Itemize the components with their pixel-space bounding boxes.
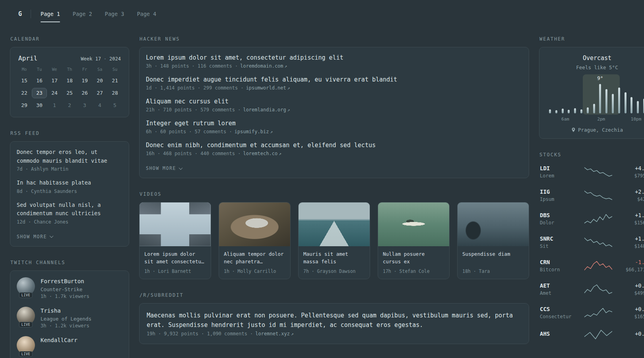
hn-story-link[interactable]: Integer eget rutrum lorem <box>146 119 522 128</box>
hn-show-more-button[interactable]: SHOW MORE <box>146 165 182 171</box>
weekday-header: We <box>47 67 62 74</box>
calendar-day[interactable]: 30 <box>32 100 47 111</box>
hn-story-domain-link[interactable]: ipsumify.biz↗ <box>235 129 273 134</box>
stock-row[interactable]: CRN Bitcorn -1.00% $66,171.48 <box>539 257 644 275</box>
stock-row[interactable]: LDI Lorem +4.35% $795.18 <box>539 163 644 181</box>
hn-story-domain-link[interactable]: loremdomain.com↗ <box>240 63 287 69</box>
calendar-day[interactable]: 19 <box>77 76 92 86</box>
external-link-icon: ↗ <box>279 151 281 156</box>
video-title-link[interactable]: Suspendisse diam <box>462 250 524 266</box>
calendar-card: April Week 17 · 2024 Mo Tu We Th Fr Sa S… <box>10 47 129 117</box>
rss-show-more-button[interactable]: SHOW MORE <box>17 234 53 239</box>
hn-story-domain-link[interactable]: loremtech.co↗ <box>243 151 281 156</box>
twitch-channel-name[interactable]: KendallCarr <box>41 337 78 343</box>
calendar-day[interactable]: 24 <box>47 88 62 98</box>
section-title-weather: WEATHER <box>539 36 644 42</box>
twitch-channel-row[interactable]: LIVE ForrestBurton Counter-Strike 1h · 1… <box>17 277 122 299</box>
reddit-post-domain-link[interactable]: loremnet.xyz↗ <box>255 331 293 337</box>
stock-row[interactable]: IIG Ipsum +2.84% $42.04 <box>539 186 644 204</box>
stock-row[interactable]: SNRC Sit +1.36% $148.64 <box>539 233 644 251</box>
video-thumbnail[interactable] <box>458 202 529 246</box>
hn-story-link[interactable]: Donec imperdiet augue tincidunt felis al… <box>146 76 522 84</box>
hn-story-meta: 21h · 710 points · 579 comments · loreml… <box>146 107 522 113</box>
calendar-day[interactable]: 20 <box>92 76 107 86</box>
stock-row[interactable]: AHS +0.46% <box>539 327 644 342</box>
hn-story: Aliquam nec cursus elit 21h · 710 points… <box>146 97 522 113</box>
calendar-week-selector[interactable]: Week 17 · 2024 <box>81 56 121 62</box>
twitch-channel-row[interactable]: LIVE KendallCarr <box>17 336 122 354</box>
hn-story-link[interactable]: Lorem ipsum dolor sit amet, consectetur … <box>146 54 522 62</box>
videos-widget: VIDEOS Lorem ipsum dolor sit amet consec… <box>139 191 529 279</box>
calendar-day[interactable]: 25 <box>62 88 77 98</box>
show-more-label: SHOW MORE <box>17 234 47 239</box>
rss-item-link[interactable]: In hac habitasse platea <box>17 179 122 187</box>
stock-ticker: SNRC <box>540 235 579 242</box>
reddit-post-link[interactable]: Maecenas mollis pulvinar erat non posuer… <box>147 311 522 330</box>
calendar-day[interactable]: 26 <box>77 88 92 98</box>
calendar-day-next-month[interactable]: 5 <box>107 100 122 111</box>
calendar-day-next-month[interactable]: 4 <box>92 100 107 111</box>
stock-price: $156.28 <box>618 220 644 226</box>
twitch-channel-name[interactable]: ForrestBurton <box>41 278 84 284</box>
twitch-channel-row[interactable]: LIVE Trisha League of Legends 3h · 1.2k … <box>17 307 122 329</box>
stock-row[interactable]: CCS Consectetur +0.51% $165.84 <box>539 304 644 322</box>
hn-story-domain-link[interactable]: loremlandia.org↗ <box>243 107 290 113</box>
calendar-day-selected[interactable]: 23 <box>32 88 47 98</box>
video-card-body: Nullam posuere cursus ex 17h · Stefan Co… <box>378 246 449 279</box>
stock-row[interactable]: DBS Dolor +1.42% $156.28 <box>539 210 644 228</box>
tab-page-1[interactable]: Page 1 <box>41 8 60 19</box>
stock-values: +0.51% $165.84 <box>618 306 644 319</box>
twitch-channel-name[interactable]: Trisha <box>41 307 61 314</box>
video-thumbnail[interactable] <box>140 202 211 246</box>
hn-story-link[interactable]: Donec enim nibh, condimentum et accumsan… <box>146 141 522 150</box>
calendar-day[interactable]: 22 <box>17 88 32 98</box>
calendar-day[interactable]: 28 <box>107 88 122 98</box>
video-title-link[interactable]: Mauris sit amet massa felis <box>303 250 365 266</box>
calendar-day[interactable]: 17 <box>47 76 62 86</box>
calendar-day-next-month[interactable]: 1 <box>47 100 62 111</box>
app-logo[interactable]: G <box>18 10 22 18</box>
hn-story-meta-text: 21h · 710 points · 579 comments · <box>146 107 241 113</box>
stock-change: +1.36% <box>618 235 644 242</box>
hackernews-card: Lorem ipsum dolor sit amet, consectetur … <box>139 47 529 178</box>
video-title-link[interactable]: Lorem ipsum dolor sit amet consectetu… <box>144 250 206 266</box>
calendar-month-label: April <box>18 54 37 62</box>
stock-values: +0.46% <box>618 331 644 339</box>
video-card-body: Aliquam tempor dolor nec pharetra… 1h · … <box>219 246 290 279</box>
rss-item-link[interactable]: Donec tempor eros leo, ut commodo mauris… <box>17 148 122 165</box>
stock-price: $148.64 <box>618 243 644 249</box>
video-thumbnail[interactable] <box>219 202 290 246</box>
stock-price: $66,171.48 <box>618 267 644 272</box>
tab-page-4[interactable]: Page 4 <box>137 8 156 19</box>
calendar-day-next-month[interactable]: 2 <box>62 100 77 111</box>
tab-page-3[interactable]: Page 3 <box>105 8 124 19</box>
hn-domain-text: loremtech.co <box>243 151 277 156</box>
hn-story-domain-link[interactable]: ipsumworld.net↗ <box>246 85 290 91</box>
hn-story-link[interactable]: Aliquam nec cursus elit <box>146 97 522 106</box>
calendar-day[interactable]: 15 <box>17 76 32 86</box>
weather-location[interactable]: Prague, Czechia <box>546 127 644 133</box>
weekday-header: Sa <box>92 67 107 74</box>
video-thumbnail[interactable] <box>378 202 449 246</box>
video-title-link[interactable]: Aliquam tempor dolor nec pharetra… <box>224 250 285 266</box>
live-badge: LIVE <box>19 292 33 298</box>
calendar-day[interactable]: 21 <box>107 76 122 86</box>
stock-row[interactable]: AET Amet +0.92% $499.72 <box>539 280 644 298</box>
video-meta: 1h · Molly Carrillo <box>224 268 285 274</box>
video-thumbnail[interactable] <box>299 202 370 246</box>
calendar-day[interactable]: 16 <box>32 76 47 86</box>
calendar-day[interactable]: 27 <box>92 88 107 98</box>
calendar-day-next-month[interactable]: 3 <box>77 100 92 111</box>
calendar-day[interactable]: 29 <box>17 100 32 111</box>
stock-ticker: LDI <box>540 165 579 171</box>
video-title-link[interactable]: Nullam posuere cursus ex <box>383 250 444 266</box>
calendar-day[interactable]: 18 <box>62 76 77 86</box>
rss-item-link[interactable]: Sed volutpat nulla nisl, a condimentum n… <box>17 201 122 218</box>
twitch-channel-info: ForrestBurton Counter-Strike 1h · 1.7k v… <box>41 277 89 299</box>
right-column: WEATHER Overcast Feels like 5°C 9° 6am 2… <box>539 36 644 358</box>
video-list: Lorem ipsum dolor sit amet consectetu… 1… <box>139 202 529 279</box>
tab-page-2[interactable]: Page 2 <box>73 8 92 19</box>
stock-change: +0.51% <box>618 306 644 312</box>
stock-values: +1.36% $148.64 <box>618 235 644 249</box>
weekday-header: Su <box>107 67 122 74</box>
